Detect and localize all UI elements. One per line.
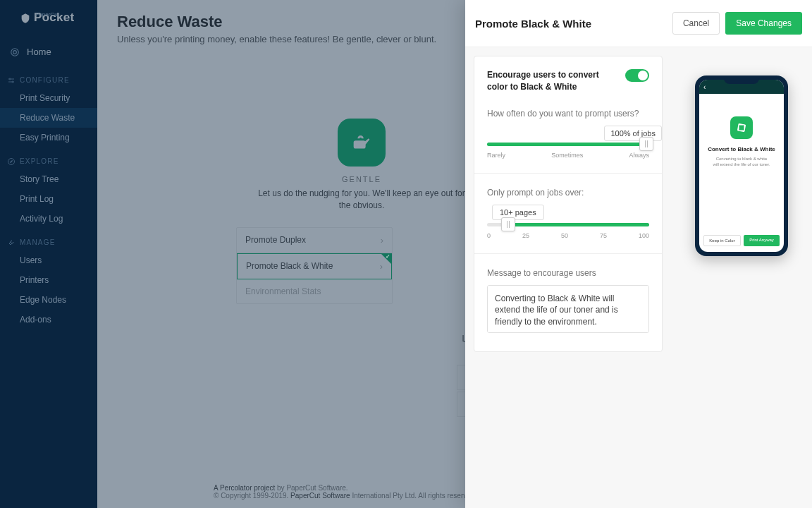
pages-value-pill: 10+ pages <box>492 205 544 220</box>
phone-print-button: Print Anyway <box>744 235 780 246</box>
save-button[interactable]: Save Changes <box>725 12 802 35</box>
phone-keep-button: Keep in Color <box>703 235 741 246</box>
divider <box>474 253 662 254</box>
phone-preview: ‹ Convert to Black & White Converting to… <box>695 75 788 256</box>
drawer-title: Promote Black & White <box>475 18 591 30</box>
pages-label: Only prompt on jobs over: <box>487 188 649 198</box>
phone-notch <box>724 75 759 84</box>
message-textarea[interactable] <box>487 285 649 333</box>
pages-slider[interactable]: 10+ pages 0 25 50 75 100 <box>487 205 649 239</box>
card-title: Encourage users to convert color to Blac… <box>487 69 617 93</box>
slider-thumb[interactable] <box>639 137 653 151</box>
settings-card: Encourage users to convert color to Blac… <box>474 56 663 352</box>
drawer-header: Promote Black & White Cancel Save Change… <box>465 0 812 47</box>
check-icon: ✓ <box>386 253 390 260</box>
phone-preview-title: Convert to Black & White <box>705 146 778 152</box>
message-label: Message to encourage users <box>487 268 649 278</box>
back-icon: ‹ <box>703 83 706 91</box>
drawer-panel: Promote Black & White Cancel Save Change… <box>465 0 812 508</box>
slider-thumb[interactable] <box>501 217 515 231</box>
phone-preview-text2: will extend the life of our toner. <box>705 162 778 168</box>
phone-bw-icon <box>730 116 753 139</box>
frequency-label: How often do you want to prompt users? <box>487 109 649 119</box>
divider <box>474 173 662 174</box>
frequency-slider[interactable]: 100% of jobs Rarely Sometimes Always <box>487 126 649 159</box>
svg-rect-12 <box>739 125 744 131</box>
cancel-button[interactable]: Cancel <box>672 12 720 35</box>
phone-preview-text1: Converting to black & white <box>705 157 778 162</box>
enable-toggle[interactable] <box>625 69 649 82</box>
